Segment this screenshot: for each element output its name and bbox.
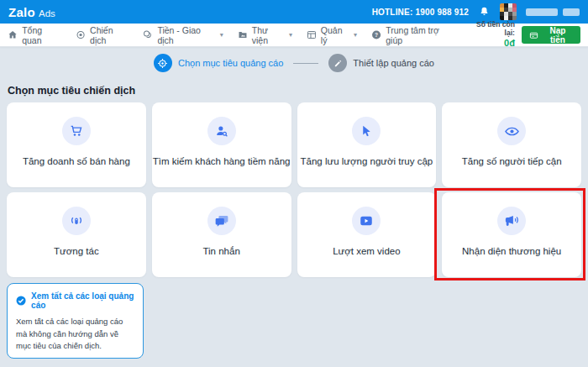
objective-card-engagement[interactable]: Tương tác — [7, 192, 146, 277]
objectives-grid: Tăng doanh số bán hàng Tìm kiếm khách hà… — [7, 102, 581, 277]
balance-label: Số tiền còn lại: — [468, 21, 515, 38]
objective-card-reach[interactable]: Tăng số người tiếp cận — [442, 102, 581, 187]
home-icon — [8, 29, 18, 40]
topup-button-label: Nạp tiền — [543, 26, 573, 45]
objective-card-sales[interactable]: Tăng doanh số bán hàng — [7, 102, 146, 187]
objective-label: Tăng số người tiếp cận — [462, 156, 562, 166]
nav-item-quan-ly[interactable]: Quản lý ▾ — [307, 25, 357, 45]
objective-card-traffic[interactable]: Tăng lưu lượng người truy cập — [297, 102, 437, 187]
balance-value: 0đ — [468, 38, 515, 49]
nav-label: Quản lý — [321, 25, 349, 45]
user-avatar[interactable] — [500, 3, 517, 20]
library-icon — [238, 29, 248, 40]
nav-item-chien-dich[interactable]: Chiến dịch — [76, 25, 129, 45]
nav-item-tong-quan[interactable]: Tổng quan — [8, 25, 61, 45]
person-search-icon — [207, 117, 236, 145]
tap-interaction-icon — [62, 207, 91, 235]
nav-label: Trung tâm trợ giúp — [386, 25, 454, 45]
account-balance: Số tiền còn lại: 0đ — [468, 21, 515, 48]
nav-label: Thư viện — [252, 25, 284, 45]
video-play-icon — [352, 207, 381, 235]
cart-icon — [62, 117, 91, 145]
check-circle-icon — [16, 295, 26, 307]
info-card-body: Xem tất cả các loại quảng cáo mà không c… — [16, 316, 134, 353]
logo-text-ads: Ads — [39, 8, 55, 18]
cursor-icon — [352, 117, 381, 145]
step2-pencil-icon — [328, 54, 347, 72]
info-card-title: Xem tất cả các loại quảng cáo — [31, 291, 134, 310]
objective-card-video-views[interactable]: Lượt xem video — [297, 192, 437, 277]
coins-icon — [143, 29, 153, 40]
user-name-redacted[interactable] — [526, 8, 580, 16]
objective-card-brand-awareness[interactable]: Nhận diện thương hiệu — [442, 192, 581, 277]
objective-label: Tìm kiếm khách hàng tiềm năng — [153, 156, 291, 166]
eye-icon — [497, 117, 526, 145]
step1-label: Chọn mục tiêu quảng cáo — [178, 58, 283, 68]
zalo-ads-app: Zalo Ads HOTLINE: 1900 988 912 Tổng quan — [0, 0, 588, 367]
wallet-icon — [529, 30, 538, 40]
objective-label: Nhận diện thương hiệu — [462, 246, 561, 256]
step-connector-line — [293, 63, 318, 64]
nav-item-tien-giao-dich[interactable]: Tiền - Giao dịch ▾ — [143, 25, 223, 45]
nav-label: Tổng quan — [22, 25, 61, 45]
nav-item-tro-giup[interactable]: ? Trung tâm trợ giúp — [371, 25, 454, 45]
svg-text:?: ? — [375, 32, 378, 38]
chevron-down-icon: ▾ — [220, 31, 223, 39]
objective-label: Tăng lưu lượng người truy cập — [301, 156, 433, 166]
wizard-steps: Chọn mục tiêu quảng cáo Thiết lập quảng … — [0, 52, 588, 74]
step1-target-icon — [154, 54, 172, 72]
objective-label: Tăng doanh số bán hàng — [23, 156, 130, 166]
chevron-down-icon: ▾ — [289, 31, 292, 39]
nav-item-thu-vien[interactable]: Thư viện ▾ — [238, 25, 292, 45]
topup-button[interactable]: Nạp tiền — [522, 26, 580, 44]
nav-label: Tiền - Giao dịch — [157, 25, 214, 45]
all-ads-info-card[interactable]: Xem tất cả các loại quảng cáo Xem tất cả… — [7, 283, 144, 359]
target-icon — [76, 29, 86, 40]
megaphone-icon — [497, 207, 526, 235]
objective-card-leads[interactable]: Tìm kiếm khách hàng tiềm năng — [152, 102, 291, 187]
wizard-step-2[interactable]: Thiết lập quảng cáo — [328, 54, 434, 72]
objective-card-messages[interactable]: Tin nhắn — [152, 192, 291, 277]
logo-text-zalo: Zalo — [8, 5, 35, 19]
zalo-ads-logo[interactable]: Zalo Ads — [8, 5, 55, 19]
chevron-down-icon: ▾ — [354, 31, 357, 39]
objective-label: Lượt xem video — [333, 246, 400, 256]
objective-label: Tương tác — [54, 246, 99, 256]
page-title: Chọn mục tiêu chiến dịch — [8, 85, 135, 97]
manage-grid-icon — [307, 29, 317, 40]
hotline-text: HOTLINE: 1900 988 912 — [372, 8, 469, 17]
main-nav: Tổng quan Chiến dịch Tiền - Giao dịch ▾ … — [0, 24, 588, 47]
objective-label: Tin nhắn — [202, 246, 239, 256]
chat-bubbles-icon — [207, 207, 236, 235]
nav-label: Chiến dịch — [90, 25, 129, 45]
help-icon: ? — [371, 29, 381, 40]
step2-label: Thiết lập quảng cáo — [353, 58, 434, 68]
wizard-step-1[interactable]: Chọn mục tiêu quảng cáo — [154, 54, 283, 72]
notification-bell-icon[interactable] — [478, 6, 491, 18]
